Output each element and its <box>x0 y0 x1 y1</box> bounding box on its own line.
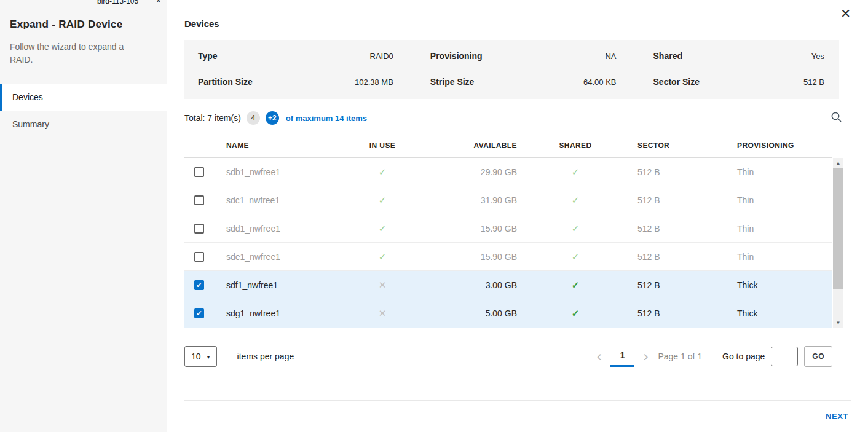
sector-size: 512 B <box>621 271 714 299</box>
device-name: sdf1_nwfree1 <box>214 271 346 299</box>
available-size: 15.90 GB <box>419 214 529 242</box>
field-label: Sector Size <box>653 77 700 87</box>
check-icon: ✓ <box>379 167 387 178</box>
next-button[interactable]: NEXT <box>823 409 851 423</box>
go-button[interactable]: GO <box>804 346 832 367</box>
check-icon: ✓ <box>572 251 580 262</box>
previous-page-icon[interactable]: ‹ <box>593 349 606 364</box>
wizard-footer: NEXT <box>184 400 851 432</box>
table-row[interactable]: ✓sdg1_nwfree1✕5.00 GB✓512 BThick <box>184 299 832 328</box>
available-size: 31.90 GB <box>419 186 529 214</box>
scrollbar-thumb[interactable] <box>833 168 843 289</box>
sector-size: 512 B <box>621 158 714 186</box>
table-body: sdb1_nwfree1✓29.90 GB✓512 BThinsdc1_nwfr… <box>184 158 832 328</box>
provisioning-value: Thin <box>714 158 832 186</box>
cross-icon: ✕ <box>379 308 387 319</box>
row-checkbox[interactable]: ✓ <box>194 308 204 318</box>
search-icon[interactable] <box>829 110 843 126</box>
divider <box>712 346 712 367</box>
close-icon[interactable]: ✕ <box>840 7 851 20</box>
device-name: sdd1_nwfree1 <box>214 214 346 242</box>
pagination-bar: 10 ▾ items per page ‹ 1 › Page 1 of 1 Go… <box>184 344 832 369</box>
device-name: sdb1_nwfree1 <box>214 158 346 186</box>
provisioning-value: Thick <box>714 299 832 327</box>
provisioning-value: Thick <box>714 271 832 299</box>
sector-size: 512 B <box>621 299 714 327</box>
sector-size: 512 B <box>621 186 714 214</box>
background-browser-tab[interactable]: bird-113-105 ✕ <box>97 0 161 6</box>
summary-field-type: Type RAID0 <box>198 51 393 61</box>
background-tab-label: bird-113-105 <box>97 0 138 6</box>
wizard-main-panel: ✕ Devices Type RAID0 Provisioning NA Sha… <box>167 0 868 432</box>
table-row[interactable]: sdd1_nwfree1✓15.90 GB✓512 BThin <box>184 214 832 243</box>
field-label: Shared <box>653 51 682 61</box>
device-name: sdc1_nwfree1 <box>214 186 346 214</box>
row-checkbox[interactable] <box>194 195 204 205</box>
check-icon: ✓ <box>379 223 387 234</box>
summary-field-provisioning: Provisioning NA <box>430 51 617 61</box>
items-per-page-label: items per page <box>237 351 294 361</box>
step-devices[interactable]: Devices <box>0 84 167 111</box>
field-value: 102.38 MB <box>355 77 393 87</box>
page-size-value: 10 <box>191 351 201 361</box>
step-devices-label: Devices <box>12 92 43 102</box>
row-checkbox[interactable] <box>194 252 204 262</box>
device-name: sdg1_nwfree1 <box>214 299 346 327</box>
column-header-in-use: IN USE <box>346 133 419 157</box>
pagination-controls: ‹ 1 › Page 1 of 1 Go to page GO <box>593 346 832 367</box>
table-row[interactable]: ✓sdf1_nwfree1✕3.00 GB✓512 BThick <box>184 271 832 299</box>
field-value: Yes <box>811 52 824 61</box>
go-to-page-label: Go to page <box>722 351 765 361</box>
field-value: 512 B <box>803 77 824 87</box>
provisioning-value: Thin <box>714 186 832 214</box>
wizard-subtitle: Follow the wizard to expand a RAID. <box>0 31 138 66</box>
chevron-down-icon: ▾ <box>207 353 210 360</box>
check-icon: ✓ <box>379 195 387 206</box>
sector-size: 512 B <box>621 243 714 270</box>
column-header-shared: SHARED <box>529 133 621 157</box>
column-header-available: AVAILABLE <box>419 133 529 157</box>
next-page-icon[interactable]: › <box>639 349 652 364</box>
selected-count-badge: 4 <box>247 111 260 125</box>
column-header-name: NAME <box>214 133 346 157</box>
column-header-sector: SECTOR <box>621 133 714 157</box>
devices-table: NAME IN USE AVAILABLE SHARED SECTOR PROV… <box>184 133 843 328</box>
table-row[interactable]: sdc1_nwfree1✓31.90 GB✓512 BThin <box>184 186 832 214</box>
column-header-provisioning: PROVISIONING <box>714 133 832 157</box>
provisioning-value: Thin <box>714 243 832 270</box>
summary-field-shared: Shared Yes <box>653 51 824 61</box>
table-header-row: NAME IN USE AVAILABLE SHARED SECTOR PROV… <box>184 133 832 158</box>
device-name: sde1_nwfree1 <box>214 243 346 270</box>
scroll-down-icon[interactable]: ▼ <box>833 318 843 328</box>
step-summary[interactable]: Summary <box>0 111 167 138</box>
max-items-text: of maximum 14 items <box>286 114 367 123</box>
available-size: 5.00 GB <box>419 299 529 327</box>
page-info-text: Page 1 of 1 <box>658 351 702 361</box>
summary-field-stripe-size: Stripe Size 64.00 KB <box>430 77 617 87</box>
go-to-page-input[interactable] <box>771 347 798 366</box>
summary-field-sector-size: Sector Size 512 B <box>653 77 824 87</box>
wizard-steps: Devices Summary <box>0 84 167 138</box>
page-size-select[interactable]: 10 ▾ <box>184 346 217 367</box>
provisioning-value: Thin <box>714 214 832 242</box>
total-bar: Total: 7 item(s) 4 +2 of maximum 14 item… <box>184 110 843 126</box>
check-icon: ✓ <box>572 223 580 234</box>
vertical-scrollbar[interactable]: ▲ ▼ <box>833 158 843 328</box>
header-checkbox-spacer <box>184 133 214 157</box>
row-checkbox[interactable] <box>194 224 204 234</box>
table-row[interactable]: sde1_nwfree1✓15.90 GB✓512 BThin <box>184 243 832 271</box>
added-count-badge: +2 <box>266 111 279 125</box>
available-size: 3.00 GB <box>419 271 529 299</box>
background-tab-close-icon[interactable]: ✕ <box>156 0 161 5</box>
table-row[interactable]: sdb1_nwfree1✓29.90 GB✓512 BThin <box>184 158 832 186</box>
field-value: NA <box>605 52 616 61</box>
field-value: 64.00 KB <box>583 77 617 87</box>
scroll-up-icon[interactable]: ▲ <box>833 158 843 168</box>
row-checkbox[interactable]: ✓ <box>194 280 204 290</box>
check-icon: ✓ <box>572 280 580 291</box>
divider <box>227 344 227 369</box>
field-label: Provisioning <box>430 51 483 61</box>
check-icon: ✓ <box>379 251 387 262</box>
current-page-number[interactable]: 1 <box>610 347 635 367</box>
row-checkbox[interactable] <box>194 167 204 177</box>
